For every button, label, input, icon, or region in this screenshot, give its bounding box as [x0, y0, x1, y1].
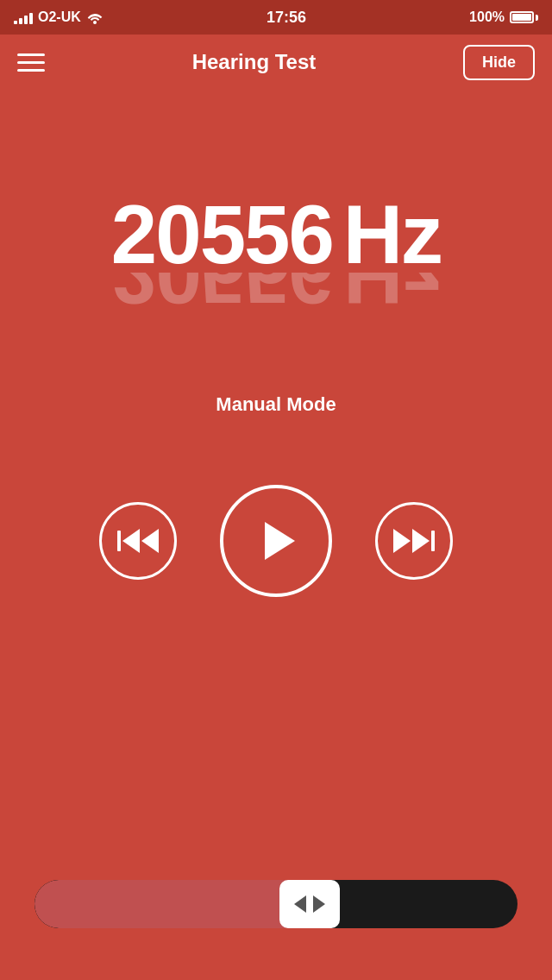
nav-bar: Hearing Test Hide — [0, 35, 552, 90]
carrier-label: O2-UK — [38, 9, 81, 25]
frequency-unit: Hz — [343, 193, 441, 276]
frequency-unit-reflection: Hz — [343, 273, 441, 316]
main-content: 20556 Hz 20556 Hz Manual Mode — [0, 90, 552, 980]
hide-button[interactable]: Hide — [463, 45, 535, 80]
thumb-left-arrow-icon — [294, 895, 306, 913]
rewind-button[interactable] — [99, 502, 177, 580]
status-time: 17:56 — [267, 9, 306, 27]
menu-button[interactable] — [17, 53, 45, 72]
slider-thumb[interactable] — [279, 880, 340, 928]
fast-forward-icon — [393, 529, 435, 553]
status-left: O2-UK — [14, 9, 104, 25]
fast-forward-button[interactable] — [375, 502, 453, 580]
battery-icon — [510, 11, 538, 23]
hamburger-line — [17, 53, 45, 56]
slider-fill — [34, 880, 310, 928]
slider-track — [34, 880, 518, 928]
page-title: Hearing Test — [192, 50, 317, 74]
frequency-value-reflection: 20556 — [111, 273, 333, 316]
thumb-right-arrow-icon — [313, 895, 325, 913]
play-button[interactable] — [220, 485, 332, 597]
status-bar: O2-UK 17:56 100% — [0, 0, 552, 35]
hamburger-line — [17, 69, 45, 72]
frequency-display: 20556 Hz 20556 Hz — [111, 193, 441, 316]
wifi-icon — [86, 10, 104, 24]
mode-label: Manual Mode — [216, 393, 336, 416]
frequency-slider[interactable] — [34, 880, 518, 928]
rewind-icon — [117, 529, 159, 553]
status-right: 100% — [469, 9, 538, 25]
battery-label: 100% — [469, 9, 505, 25]
signal-icon — [14, 10, 33, 24]
frequency-value: 20556 — [111, 193, 333, 276]
play-icon — [265, 522, 295, 560]
controls — [99, 485, 453, 597]
hamburger-line — [17, 61, 45, 64]
